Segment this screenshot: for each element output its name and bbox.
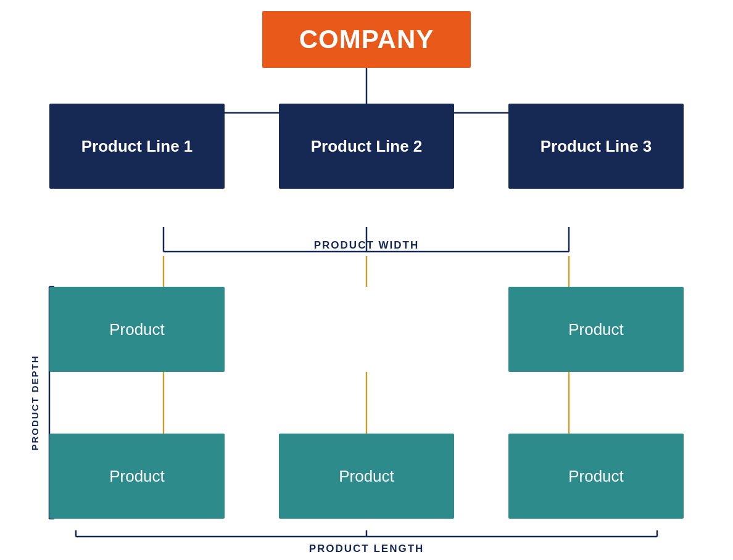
company-box: COMPANY bbox=[262, 11, 471, 68]
product-box-r1-c1: Product bbox=[49, 287, 225, 372]
product-line-box-2: Product Line 2 bbox=[279, 104, 454, 189]
product-box-r1-c2-empty bbox=[279, 287, 454, 372]
product-box-r1-c3: Product bbox=[508, 287, 684, 372]
svg-text:PRODUCT LENGTH: PRODUCT LENGTH bbox=[309, 543, 424, 554]
products-row-1: Product Product bbox=[0, 287, 733, 372]
product-line-box-1: Product Line 1 bbox=[49, 104, 225, 189]
product-box-r2-c1: Product bbox=[49, 434, 225, 519]
product-box-r2-c3: Product bbox=[508, 434, 684, 519]
company-label: COMPANY bbox=[299, 25, 434, 54]
product-box-r2-c2: Product bbox=[279, 434, 454, 519]
diagram: COMPANY Product Line 1 Product Line 2 Pr… bbox=[0, 0, 733, 560]
product-lines-row: Product Line 1 Product Line 2 Product Li… bbox=[49, 104, 684, 189]
product-line-box-3: Product Line 3 bbox=[508, 104, 684, 189]
svg-text:PRODUCT WIDTH: PRODUCT WIDTH bbox=[314, 239, 419, 251]
products-row-2: Product Product Product bbox=[0, 434, 733, 519]
